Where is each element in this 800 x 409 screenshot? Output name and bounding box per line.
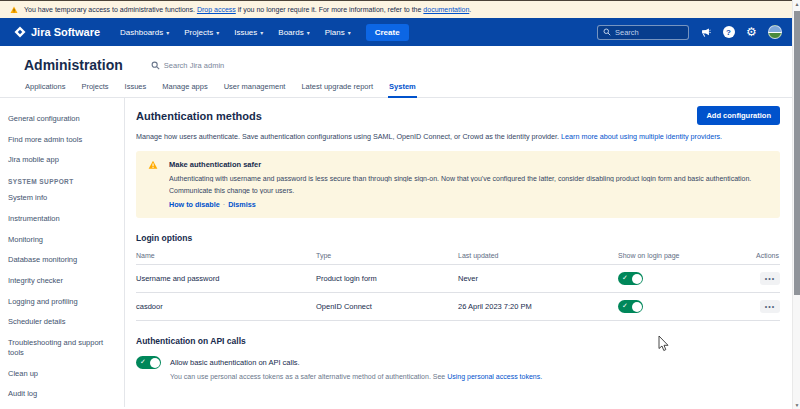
banner-text-end: . [469, 6, 471, 13]
nav-projects[interactable]: Projects▾ [184, 28, 219, 37]
login-option-name: casdoor [136, 293, 316, 321]
create-button[interactable]: Create [366, 24, 409, 41]
basic-auth-api-label: Allow basic authentication on API calls. [170, 358, 300, 367]
drop-access-link[interactable]: Drop access [197, 6, 236, 13]
jira-software-logo[interactable]: Jira Software [14, 26, 100, 38]
chevron-down-icon: ▾ [166, 29, 169, 36]
tab-issues[interactable]: Issues [124, 80, 148, 97]
scrollbar-thumb[interactable] [794, 11, 800, 295]
warning-body-2: Communicate this change to your users. [169, 187, 768, 194]
tab-latest-upgrade-report[interactable]: Latest upgrade report [300, 80, 374, 97]
tab-user-management[interactable]: User management [223, 80, 287, 97]
login-option-type: Product login form [316, 265, 458, 293]
sidebar-item-monitoring[interactable]: Monitoring [8, 235, 118, 245]
top-navbar: Jira Software Dashboards▾ Projects▾ Issu… [0, 18, 800, 46]
admin-header: Administration Search Jira admin [0, 46, 800, 80]
sidebar-item-general-configuration[interactable]: General configuration [8, 114, 118, 124]
navbar-search-placeholder: Search [615, 28, 639, 37]
section-title-authentication-methods: Authentication methods [136, 110, 262, 122]
sidebar-item-find-more-admin-tools[interactable]: Find more admin tools [8, 135, 118, 145]
sidebar-item-database-monitoring[interactable]: Database monitoring [8, 255, 118, 265]
help-icon[interactable]: ? [722, 26, 735, 39]
add-configuration-button[interactable]: Add configuration [697, 106, 780, 125]
sidebar-item-clean-up[interactable]: Clean up [8, 369, 118, 379]
warning-body: Authenticating with username and passwor… [169, 175, 768, 182]
user-avatar[interactable] [768, 25, 782, 39]
tab-projects[interactable]: Projects [80, 80, 109, 97]
chevron-down-icon: ▾ [216, 29, 219, 36]
column-header-name: Name [136, 248, 316, 265]
tab-applications[interactable]: Applications [24, 80, 66, 97]
warning-icon [10, 6, 18, 14]
help-glyph: ? [723, 26, 735, 38]
jira-admin-screen: You have temporary access to administrat… [0, 0, 800, 409]
sidebar-item-scheduler-details[interactable]: Scheduler details [8, 317, 118, 327]
chevron-down-icon: ▾ [348, 29, 351, 36]
login-option-last-updated: Never [458, 265, 618, 293]
api-note: You can use personal access tokens as a … [170, 373, 780, 380]
toggle-knob [632, 274, 642, 284]
login-option-type: OpenID Connect [316, 293, 458, 321]
login-options-table: Name Type Last updated Show on login pag… [136, 248, 780, 321]
login-option-last-updated: 26 April 2023 7:20 PM [458, 293, 618, 321]
sidebar-item-system-info[interactable]: System info [8, 193, 118, 203]
sidebar-item-logging-and-profiling[interactable]: Logging and profiling [8, 297, 118, 307]
sidebar-item-troubleshooting[interactable]: Troubleshooting and support tools [8, 338, 118, 358]
settings-gear-icon[interactable]: ⚙ [745, 26, 758, 39]
check-icon: ✓ [622, 274, 628, 282]
sidebar-header-system-support: SYSTEM SUPPORT [8, 178, 118, 185]
scroll-up-arrow-icon[interactable]: ▲ [793, 1, 800, 7]
admin-search-placeholder: Search Jira admin [164, 61, 224, 70]
sidebar-item-audit-log[interactable]: Audit log [8, 389, 118, 399]
system-sidebar: General configuration Find more admin to… [0, 98, 125, 407]
admin-search-input[interactable]: Search Jira admin [151, 61, 224, 70]
admin-access-banner: You have temporary access to administrat… [0, 0, 800, 18]
navbar-search-input[interactable]: Search [597, 25, 689, 40]
scroll-down-arrow-icon[interactable]: ▼ [793, 402, 800, 408]
row-actions-button[interactable]: ••• [760, 272, 780, 285]
search-icon [151, 61, 160, 70]
banner-text: You have temporary access to administrat… [24, 6, 471, 13]
learn-more-link[interactable]: Learn more about using multiple identity… [561, 132, 722, 141]
api-calls-title: Authentication on API calls [136, 336, 780, 346]
login-option-name: Username and password [136, 265, 316, 293]
sidebar-item-integrity-checker[interactable]: Integrity checker [8, 276, 118, 286]
vertical-scrollbar[interactable]: ▲ ▼ [792, 0, 800, 409]
table-row: casdoor OpenID Connect 26 April 2023 7:2… [136, 293, 780, 321]
description-text: Manage how users authenticate. Save auth… [136, 132, 559, 141]
sidebar-item-instrumentation[interactable]: Instrumentation [8, 214, 118, 224]
banner-text-mid: if you no longer require it. For more in… [238, 6, 422, 13]
basic-auth-api-toggle[interactable]: ✓ [136, 356, 161, 369]
nav-boards[interactable]: Boards▾ [278, 28, 309, 37]
documentation-link[interactable]: documentation [423, 6, 469, 13]
dismiss-link[interactable]: Dismiss [228, 200, 256, 209]
personal-access-tokens-link[interactable]: Using personal access tokens. [447, 373, 542, 380]
check-icon: ✓ [622, 302, 628, 310]
nav-issues[interactable]: Issues▾ [234, 28, 263, 37]
authentication-methods-panel: Authentication methods Add configuration… [125, 98, 800, 407]
content-area: General configuration Find more admin to… [0, 98, 800, 407]
tab-system[interactable]: System [388, 80, 417, 98]
page-title: Administration [24, 57, 123, 73]
toggle-knob [632, 302, 642, 312]
how-to-disable-link[interactable]: How to disable [169, 200, 220, 209]
column-header-type: Type [316, 248, 458, 265]
row-actions-button[interactable]: ••• [760, 300, 780, 313]
link-separator: · [220, 200, 228, 209]
nav-dashboards[interactable]: Dashboards▾ [120, 28, 169, 37]
admin-tab-bar: Applications Projects Issues Manage apps… [0, 80, 800, 98]
tab-manage-apps[interactable]: Manage apps [161, 80, 208, 97]
sidebar-item-jira-mobile-app[interactable]: Jira mobile app [8, 155, 118, 165]
show-on-login-toggle[interactable]: ✓ [618, 272, 643, 285]
toggle-knob [150, 358, 160, 368]
column-header-last-updated: Last updated [458, 248, 618, 265]
nav-plans[interactable]: Plans▾ [325, 28, 351, 37]
table-header-row: Name Type Last updated Show on login pag… [136, 248, 780, 265]
navbar-right: Search ? ⚙ [597, 25, 790, 40]
announcements-icon[interactable] [699, 26, 712, 39]
chevron-down-icon: ▾ [260, 29, 263, 36]
main-nav: Dashboards▾ Projects▾ Issues▾ Boards▾ Pl… [120, 28, 366, 37]
show-on-login-toggle[interactable]: ✓ [618, 300, 643, 313]
make-authentication-safer-warning: Make authentication safer Authenticating… [136, 151, 780, 218]
table-row: Username and password Product login form… [136, 265, 780, 293]
